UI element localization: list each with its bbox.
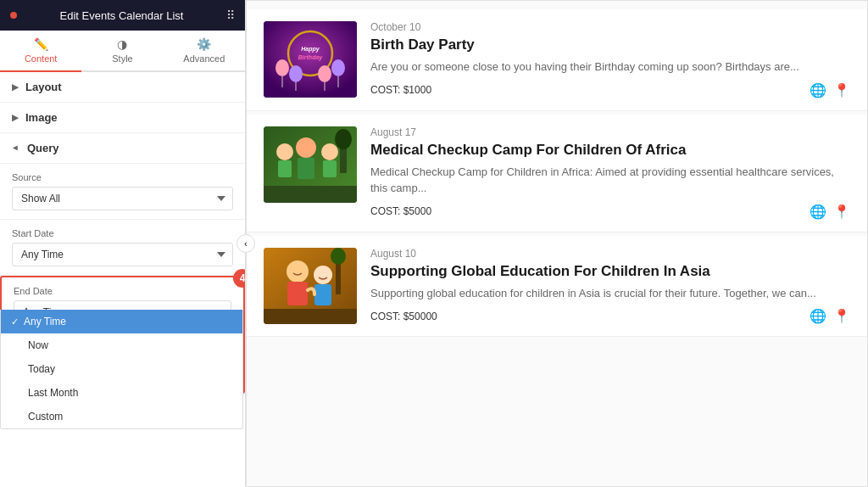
start-date-select[interactable]: Any Time [12,243,233,266]
event-cost-row-education: COST: $50000 🌐 📍 [370,308,850,324]
event-desc-birthday: Are you or someone close to you having t… [370,59,850,76]
globe-icon-medical[interactable]: 🌐 [810,204,826,220]
globe-icon-education[interactable]: 🌐 [810,308,826,324]
collapse-panel-button[interactable]: ‹ [236,234,255,253]
event-cost-birthday: COST: $1000 [370,84,431,96]
education-thumb-svg [264,248,357,324]
image-section-label: Image [25,111,58,124]
start-date-field-group: Start Date Any Time [0,220,245,276]
badge-number: 4 [240,272,245,284]
layout-section-header[interactable]: ▶ Layout [0,72,245,103]
svg-point-17 [321,143,338,160]
query-section-label: Query [27,142,59,154]
svg-text:Happy: Happy [301,46,320,53]
event-thumbnail-birthday: Happy Birthday [264,21,357,98]
event-title-birthday: Birth Day Party [370,36,850,53]
top-bar-title: Edit Events Calendar List [60,9,184,22]
svg-rect-24 [287,282,308,305]
cost-label-medical: COST: [370,205,400,217]
event-title-education: Supporting Global Education For Children… [370,263,850,280]
image-section-header[interactable]: ▶ Image [0,103,245,133]
svg-rect-18 [323,160,337,177]
start-date-label: Start Date [12,228,233,238]
dropdown-option-any-time: Any Time [24,316,66,327]
event-desc-education: Supporting global education for children… [370,285,850,302]
source-field-group: Source Show All [0,164,245,220]
svg-text:Birthday: Birthday [298,54,324,61]
event-title-medical: Medical Checkup Camp For Children Of Afr… [370,142,850,159]
dot-icon [10,12,17,19]
dropdown-item-now[interactable]: Now [1,333,242,357]
layout-arrow-icon: ▶ [12,82,19,92]
svg-point-5 [289,65,303,82]
tab-content[interactable]: ✏️ Content [0,31,81,72]
location-icon-medical[interactable]: 📍 [833,204,850,220]
event-desc-medical: Medical Checkup Camp for Children in Afr… [370,164,850,197]
svg-point-6 [318,65,331,82]
svg-point-25 [314,266,332,284]
cost-label-education: COST: [370,311,400,322]
dropdown-item-today[interactable]: Today [1,357,242,381]
top-bar-left-icons [10,12,17,19]
end-date-label: End Date [14,286,231,296]
event-item-medical: August 17 Medical Checkup Camp For Child… [247,115,867,232]
top-bar: Edit Events Calendar List ⠿ [0,0,245,31]
svg-point-4 [275,59,289,76]
event-date-medical: August 17 [370,126,850,138]
query-arrow-icon: ▼ [11,144,20,153]
event-info-birthday: October 10 Birth Day Party Are you or so… [370,21,850,98]
dropdown-option-last-month: Last Month [28,387,78,399]
svg-rect-16 [298,158,314,179]
dropdown-option-custom: Custom [28,411,63,423]
event-cost-education: COST: $50000 [370,311,437,322]
dropdown-badge: 4 [233,269,245,288]
svg-rect-27 [336,260,341,294]
globe-icon-birthday[interactable]: 🌐 [810,82,826,98]
check-icon: ✓ [11,316,19,327]
dropdown-item-last-month[interactable]: Last Month [1,381,242,405]
source-select[interactable]: Show All [12,187,233,210]
grid-icon[interactable]: ⠿ [226,8,235,22]
end-date-dropdown: ✓ Any Time Now Today Last Month Cu [0,310,243,429]
layout-section-label: Layout [25,81,62,93]
cost-label-birthday: COST: [370,84,400,96]
dropdown-option-today: Today [28,363,55,375]
event-date-birthday: October 10 [370,21,850,33]
event-info-medical: August 17 Medical Checkup Camp For Child… [370,126,850,220]
svg-point-15 [296,137,316,158]
tab-content-label: Content [25,53,58,64]
cost-value-education: $50000 [403,311,437,322]
svg-point-28 [331,248,346,265]
birthday-thumb-svg: Happy Birthday [264,21,357,98]
tabs-bar: ✏️ Content ◑ Style ⚙️ Advanced [0,31,245,72]
svg-point-13 [276,143,293,160]
event-cost-medical: COST: $5000 [370,205,431,217]
event-cost-row-birthday: COST: $1000 🌐 📍 [370,82,850,98]
tab-advanced-label: Advanced [183,53,225,64]
left-panel: Edit Events Calendar List ⠿ ✏️ Content ◑… [0,0,246,487]
cost-value-medical: $5000 [403,205,431,217]
dropdown-item-any-time[interactable]: ✓ Any Time [1,310,242,333]
medical-thumb-svg [264,126,357,203]
svg-point-23 [287,260,309,283]
advanced-tab-icon: ⚙️ [197,37,211,51]
query-section-header[interactable]: ▼ Query [0,133,245,164]
svg-rect-21 [264,186,357,203]
event-actions-medical: 🌐 📍 [810,204,850,220]
location-icon-education[interactable]: 📍 [833,308,850,324]
image-arrow-icon: ▶ [12,113,19,122]
dropdown-item-custom[interactable]: Custom [1,405,242,428]
cost-value-birthday: $1000 [403,84,431,96]
sidebar-content: ▶ Layout ▶ Image ▼ Query Source Show All… [0,72,245,487]
source-label: Source [12,172,233,182]
svg-rect-14 [278,160,292,177]
event-cost-row-medical: COST: $5000 🌐 📍 [370,204,850,220]
right-panel: Happy Birthday October 10 Birth Day Part… [246,0,868,487]
event-item-birthday: Happy Birthday October 10 Birth Day Part… [247,9,867,111]
tab-style[interactable]: ◑ Style [81,31,163,70]
style-tab-icon: ◑ [117,37,127,51]
event-thumbnail-education [264,248,357,324]
location-icon-birthday[interactable]: 📍 [833,82,850,98]
tab-advanced[interactable]: ⚙️ Advanced [164,31,245,70]
svg-rect-29 [264,309,357,324]
